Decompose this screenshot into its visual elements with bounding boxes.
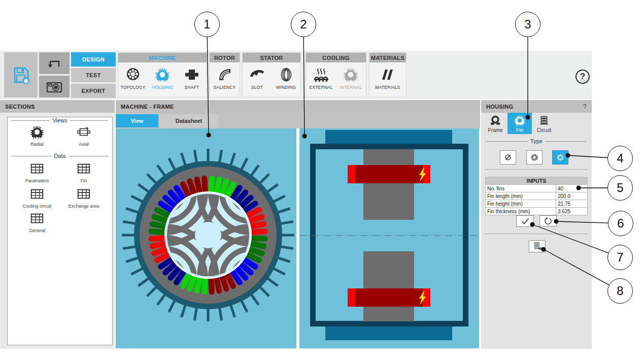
- group-cooling: COOLING EXTERNAL: [306, 52, 366, 97]
- sidebar-item-fin[interactable]: Fin: [60, 161, 107, 183]
- cooling-circuit-table-icon: [29, 186, 45, 202]
- no-fins-icon: [503, 152, 513, 162]
- housing-header: HOUSING ?: [481, 100, 592, 113]
- topology-icon: [125, 67, 141, 83]
- fin-height-value[interactable]: 21.75: [556, 200, 588, 208]
- toolbar-item-materials[interactable]: MATERIALS: [373, 67, 402, 90]
- housing-icon: [154, 67, 171, 83]
- group-rotor: ROTOR SALIENCY: [209, 52, 240, 97]
- housing-tab-frame[interactable]: Frame: [483, 113, 507, 134]
- callout-8: 8: [607, 278, 633, 304]
- toolbar-item-shaft[interactable]: SHAFT: [177, 67, 207, 90]
- screenshot-button[interactable]: [39, 76, 70, 97]
- frame-icon: [489, 114, 501, 126]
- divider-line: [485, 234, 588, 234]
- radial-view-canvas[interactable]: [116, 128, 296, 348]
- toolbar-item-slot[interactable]: SLOT: [243, 67, 272, 90]
- undo-arrow-icon: [45, 55, 63, 72]
- export-data-button[interactable]: [529, 240, 546, 252]
- save-icon: ✱: [10, 64, 32, 86]
- input-name: Fin length (mm): [486, 192, 556, 200]
- callout-3: 3: [515, 12, 540, 37]
- shaft-icon: [184, 67, 200, 83]
- tab-design[interactable]: DESIGN: [71, 52, 116, 67]
- radial-motor-drawing: [116, 128, 296, 348]
- fin-thickness-value[interactable]: 3.625: [556, 208, 588, 215]
- ribbon-toolbar: ✱ DESIGN TEST EXPORT MACHINE: [0, 51, 592, 100]
- toolbar-item-topology[interactable]: TOPOLOGY: [118, 67, 148, 90]
- fin-type-none-button[interactable]: [500, 150, 516, 165]
- slot-icon: [249, 67, 265, 83]
- sidebar-item-exchange-area[interactable]: Exchange area: [60, 186, 107, 209]
- toolbar-item-saliency[interactable]: SALIENCY: [210, 67, 240, 90]
- apply-button[interactable]: [516, 215, 534, 227]
- group-rotor-title: ROTOR: [210, 53, 240, 62]
- table-row: Fin length (mm) 200.0: [486, 192, 588, 200]
- tab-test[interactable]: TEST: [71, 68, 116, 82]
- toolbar-item-external[interactable]: EXTERNAL: [307, 67, 336, 90]
- fin-length-value[interactable]: 200.0: [556, 192, 588, 200]
- views-divider: Views: [12, 117, 108, 123]
- group-materials-title: MATERIALS: [369, 53, 406, 62]
- group-stator-title: STATOR: [243, 53, 300, 62]
- housing-help-button[interactable]: ?: [583, 103, 587, 110]
- no-fins-value[interactable]: 40: [556, 185, 588, 192]
- inputs-table: INPUTS No. fins 40 Fin length (mm) 200.0…: [485, 177, 588, 215]
- inputs-table-header: INPUTS: [486, 177, 588, 185]
- group-cooling-title: COOLING: [306, 53, 366, 62]
- save-button[interactable]: ✱: [4, 52, 38, 97]
- divider-line: [485, 169, 588, 170]
- view-tab-strip: View Datasheet: [116, 113, 480, 128]
- type-divider: Type: [486, 138, 587, 144]
- help-button[interactable]: ?: [575, 70, 590, 84]
- callout-7: 7: [607, 245, 633, 270]
- sidebar-item-axial[interactable]: Axial: [60, 124, 107, 147]
- housing-tab-fin[interactable]: Fin: [507, 113, 532, 134]
- group-stator: STATOR SLOT WINDING: [242, 52, 301, 97]
- sidebar-item-cooling-circuit[interactable]: Cooling circuit: [14, 186, 60, 209]
- group-machine: MACHINE TOPOLOGY: [118, 52, 207, 97]
- radial-fins-icon: [555, 152, 565, 162]
- callout-4: 4: [607, 146, 633, 171]
- check-icon: [521, 217, 530, 225]
- data-divider: Data: [12, 153, 108, 159]
- undo-button[interactable]: [39, 52, 70, 74]
- callout-2: 2: [291, 12, 316, 37]
- sections-card: Views Radial Axial Data Parameters Fin: [7, 117, 113, 345]
- general-table-icon: [29, 211, 45, 226]
- tab-export[interactable]: EXPORT: [71, 84, 116, 98]
- export-document-icon: [532, 242, 543, 251]
- internal-cooling-icon: [343, 67, 359, 83]
- winding-icon: [278, 67, 294, 83]
- tab-datasheet[interactable]: Datasheet: [159, 114, 218, 127]
- radial-view-icon: [29, 124, 45, 140]
- callout-1: 1: [194, 12, 220, 37]
- sidebar-item-parameters[interactable]: Parameters: [14, 161, 60, 183]
- axial-fins-icon: [529, 152, 539, 162]
- main-title: MACHINE - FRAME: [121, 104, 174, 110]
- housing-title: HOUSING: [486, 104, 513, 110]
- table-row: No. fins 40: [486, 185, 588, 192]
- fin-icon: [514, 114, 526, 126]
- input-name: Fin thickness (mm): [486, 208, 556, 215]
- sidebar-item-radial[interactable]: Radial: [14, 124, 60, 147]
- camera-icon: [45, 79, 64, 95]
- reset-button[interactable]: [539, 215, 557, 226]
- tab-view[interactable]: View: [116, 114, 158, 127]
- group-materials: MATERIALS MATERIALS: [369, 52, 406, 97]
- housing-tab-circuit[interactable]: Circuit: [532, 113, 556, 134]
- parameters-table-icon: [29, 161, 45, 176]
- fin-type-axial-button[interactable]: [526, 150, 543, 165]
- external-cooling-icon: [313, 67, 330, 83]
- page: ✱ DESIGN TEST EXPORT MACHINE: [0, 0, 644, 359]
- sidebar-item-general[interactable]: General: [14, 211, 60, 233]
- toolbar-item-internal[interactable]: INTERNAL: [336, 67, 365, 90]
- toolbar-item-housing[interactable]: HOUSING: [148, 67, 177, 90]
- table-row: Fin height (mm) 21.75: [486, 200, 588, 208]
- reset-icon: [544, 216, 553, 225]
- group-machine-title: MACHINE: [118, 53, 207, 62]
- toolbar-item-winding[interactable]: WINDING: [272, 67, 300, 90]
- axial-view-canvas[interactable]: [299, 128, 479, 348]
- sections-title: SECTIONS: [5, 104, 35, 110]
- fin-type-radial-button[interactable]: [552, 150, 568, 165]
